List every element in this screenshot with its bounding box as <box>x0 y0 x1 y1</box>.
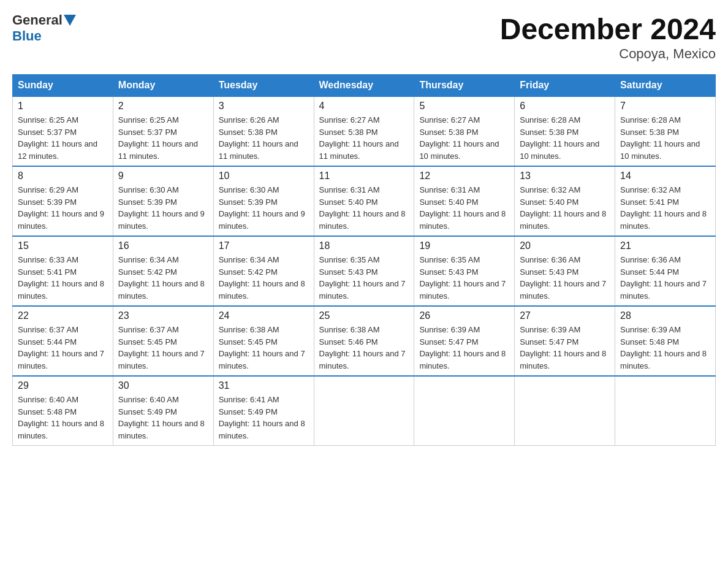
day-number: 17 <box>219 240 309 251</box>
logo: General Blue <box>12 12 77 44</box>
day-info: Sunrise: 6:34 AMSunset: 5:42 PMDaylight:… <box>118 254 208 302</box>
calendar-cell: 7Sunrise: 6:28 AMSunset: 5:38 PMDaylight… <box>615 96 716 166</box>
day-info: Sunrise: 6:34 AMSunset: 5:42 PMDaylight:… <box>219 254 309 302</box>
day-info: Sunrise: 6:26 AMSunset: 5:38 PMDaylight:… <box>219 114 309 162</box>
day-info: Sunrise: 6:31 AMSunset: 5:40 PMDaylight:… <box>419 184 509 232</box>
calendar-week-row: 1Sunrise: 6:25 AMSunset: 5:37 PMDaylight… <box>13 96 716 166</box>
calendar-cell: 31Sunrise: 6:41 AMSunset: 5:49 PMDayligh… <box>213 376 314 446</box>
day-number: 8 <box>18 170 108 182</box>
day-info: Sunrise: 6:35 AMSunset: 5:43 PMDaylight:… <box>419 254 509 302</box>
calendar-table: Sunday Monday Tuesday Wednesday Thursday… <box>12 74 716 446</box>
day-info: Sunrise: 6:28 AMSunset: 5:38 PMDaylight:… <box>520 114 610 162</box>
logo-blue-text: Blue <box>12 28 42 44</box>
day-number: 5 <box>419 101 509 112</box>
day-number: 13 <box>520 170 610 182</box>
day-number: 21 <box>620 240 710 251</box>
calendar-cell: 23Sunrise: 6:37 AMSunset: 5:45 PMDayligh… <box>113 306 213 376</box>
day-info: Sunrise: 6:29 AMSunset: 5:39 PMDaylight:… <box>18 184 108 232</box>
day-info: Sunrise: 6:36 AMSunset: 5:44 PMDaylight:… <box>620 254 710 302</box>
day-info: Sunrise: 6:28 AMSunset: 5:38 PMDaylight:… <box>620 114 710 162</box>
day-info: Sunrise: 6:40 AMSunset: 5:48 PMDaylight:… <box>18 394 108 442</box>
calendar-cell: 26Sunrise: 6:39 AMSunset: 5:47 PMDayligh… <box>414 306 515 376</box>
day-info: Sunrise: 6:27 AMSunset: 5:38 PMDaylight:… <box>319 114 409 162</box>
col-tuesday: Tuesday <box>213 75 314 97</box>
logo-general-text: General <box>12 12 63 28</box>
col-friday: Friday <box>515 75 615 97</box>
calendar-cell: 20Sunrise: 6:36 AMSunset: 5:43 PMDayligh… <box>515 236 615 306</box>
day-info: Sunrise: 6:39 AMSunset: 5:47 PMDaylight:… <box>419 324 509 372</box>
calendar-cell: 1Sunrise: 6:25 AMSunset: 5:37 PMDaylight… <box>13 96 113 166</box>
day-number: 31 <box>219 380 309 391</box>
calendar-cell: 8Sunrise: 6:29 AMSunset: 5:39 PMDaylight… <box>13 166 113 236</box>
day-info: Sunrise: 6:37 AMSunset: 5:45 PMDaylight:… <box>118 324 208 372</box>
calendar-cell: 3Sunrise: 6:26 AMSunset: 5:38 PMDaylight… <box>213 96 314 166</box>
day-number: 23 <box>118 310 208 321</box>
col-thursday: Thursday <box>414 75 515 97</box>
day-number: 29 <box>18 380 108 391</box>
day-info: Sunrise: 6:38 AMSunset: 5:46 PMDaylight:… <box>319 324 409 372</box>
day-number: 15 <box>18 240 108 251</box>
day-number: 3 <box>219 101 309 112</box>
calendar-cell <box>314 376 414 446</box>
calendar-cell: 6Sunrise: 6:28 AMSunset: 5:38 PMDaylight… <box>515 96 615 166</box>
day-info: Sunrise: 6:31 AMSunset: 5:40 PMDaylight:… <box>319 184 409 232</box>
day-number: 2 <box>118 101 208 112</box>
day-info: Sunrise: 6:32 AMSunset: 5:41 PMDaylight:… <box>620 184 710 232</box>
col-sunday: Sunday <box>13 75 113 97</box>
day-number: 19 <box>419 240 509 251</box>
day-info: Sunrise: 6:39 AMSunset: 5:48 PMDaylight:… <box>620 324 710 372</box>
day-info: Sunrise: 6:40 AMSunset: 5:49 PMDaylight:… <box>118 394 208 442</box>
day-info: Sunrise: 6:27 AMSunset: 5:38 PMDaylight:… <box>419 114 509 162</box>
calendar-cell: 17Sunrise: 6:34 AMSunset: 5:42 PMDayligh… <box>213 236 314 306</box>
calendar-cell: 24Sunrise: 6:38 AMSunset: 5:45 PMDayligh… <box>213 306 314 376</box>
logo-arrow-icon <box>64 15 76 26</box>
day-number: 10 <box>219 170 309 182</box>
day-info: Sunrise: 6:30 AMSunset: 5:39 PMDaylight:… <box>118 184 208 232</box>
day-info: Sunrise: 6:38 AMSunset: 5:45 PMDaylight:… <box>219 324 309 372</box>
day-number: 22 <box>18 310 108 321</box>
calendar-cell: 27Sunrise: 6:39 AMSunset: 5:47 PMDayligh… <box>515 306 615 376</box>
calendar-cell: 18Sunrise: 6:35 AMSunset: 5:43 PMDayligh… <box>314 236 414 306</box>
day-number: 16 <box>118 240 208 251</box>
day-info: Sunrise: 6:37 AMSunset: 5:44 PMDaylight:… <box>18 324 108 372</box>
day-info: Sunrise: 6:41 AMSunset: 5:49 PMDaylight:… <box>219 394 309 442</box>
col-saturday: Saturday <box>615 75 716 97</box>
calendar-cell: 13Sunrise: 6:32 AMSunset: 5:40 PMDayligh… <box>515 166 615 236</box>
calendar-cell: 22Sunrise: 6:37 AMSunset: 5:44 PMDayligh… <box>13 306 113 376</box>
calendar-cell: 28Sunrise: 6:39 AMSunset: 5:48 PMDayligh… <box>615 306 716 376</box>
day-number: 7 <box>620 101 710 112</box>
day-number: 30 <box>118 380 208 391</box>
day-info: Sunrise: 6:39 AMSunset: 5:47 PMDaylight:… <box>520 324 610 372</box>
day-info: Sunrise: 6:33 AMSunset: 5:41 PMDaylight:… <box>18 254 108 302</box>
day-info: Sunrise: 6:25 AMSunset: 5:37 PMDaylight:… <box>18 114 108 162</box>
page-header: General Blue December 2024 Copoya, Mexic… <box>12 12 716 62</box>
calendar-header: Sunday Monday Tuesday Wednesday Thursday… <box>13 75 716 97</box>
day-number: 27 <box>520 310 610 321</box>
day-info: Sunrise: 6:25 AMSunset: 5:37 PMDaylight:… <box>118 114 208 162</box>
calendar-week-row: 8Sunrise: 6:29 AMSunset: 5:39 PMDaylight… <box>13 166 716 236</box>
day-number: 9 <box>118 170 208 182</box>
day-number: 1 <box>18 101 108 112</box>
calendar-cell: 4Sunrise: 6:27 AMSunset: 5:38 PMDaylight… <box>314 96 414 166</box>
col-monday: Monday <box>113 75 213 97</box>
day-number: 11 <box>319 170 409 182</box>
calendar-cell: 21Sunrise: 6:36 AMSunset: 5:44 PMDayligh… <box>615 236 716 306</box>
calendar-cell: 30Sunrise: 6:40 AMSunset: 5:49 PMDayligh… <box>113 376 213 446</box>
calendar-cell: 29Sunrise: 6:40 AMSunset: 5:48 PMDayligh… <box>13 376 113 446</box>
calendar-cell: 2Sunrise: 6:25 AMSunset: 5:37 PMDaylight… <box>113 96 213 166</box>
day-info: Sunrise: 6:35 AMSunset: 5:43 PMDaylight:… <box>319 254 409 302</box>
location-text: Copoya, Mexico <box>500 46 716 62</box>
calendar-cell: 15Sunrise: 6:33 AMSunset: 5:41 PMDayligh… <box>13 236 113 306</box>
calendar-cell: 10Sunrise: 6:30 AMSunset: 5:39 PMDayligh… <box>213 166 314 236</box>
day-info: Sunrise: 6:30 AMSunset: 5:39 PMDaylight:… <box>219 184 309 232</box>
calendar-cell <box>414 376 515 446</box>
calendar-week-row: 15Sunrise: 6:33 AMSunset: 5:41 PMDayligh… <box>13 236 716 306</box>
header-row: Sunday Monday Tuesday Wednesday Thursday… <box>13 75 716 97</box>
day-number: 26 <box>419 310 509 321</box>
day-number: 18 <box>319 240 409 251</box>
day-number: 20 <box>520 240 610 251</box>
calendar-cell: 9Sunrise: 6:30 AMSunset: 5:39 PMDaylight… <box>113 166 213 236</box>
calendar-cell: 25Sunrise: 6:38 AMSunset: 5:46 PMDayligh… <box>314 306 414 376</box>
calendar-cell: 14Sunrise: 6:32 AMSunset: 5:41 PMDayligh… <box>615 166 716 236</box>
title-area: December 2024 Copoya, Mexico <box>500 12 716 62</box>
